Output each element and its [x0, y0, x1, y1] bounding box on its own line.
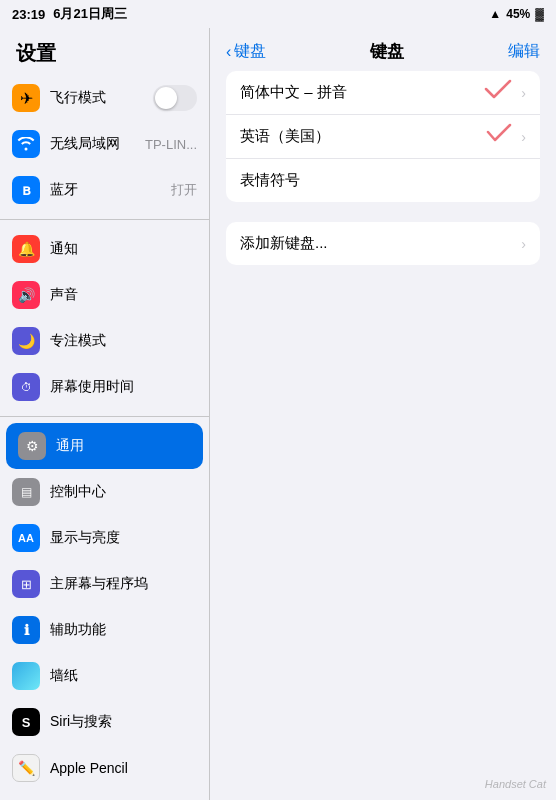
display-icon: AA [12, 524, 40, 552]
sidebar-label-bluetooth: 蓝牙 [50, 181, 161, 199]
sidebar-section-3: ⚙ 通用 ▤ 控制中心 AA 显示与亮度 ⊞ 主屏幕与程序坞 ℹ 辅助功能 墙纸 [0, 423, 209, 800]
english-us-label: 英语（美国） [240, 127, 515, 146]
sidebar-label-sound: 声音 [50, 286, 197, 304]
sidebar-item-pencil[interactable]: ✏️ Apple Pencil [0, 745, 209, 791]
divider-1 [0, 219, 209, 220]
date: 6月21日周三 [53, 5, 127, 23]
sidebar-section-2: 🔔 通知 🔊 声音 🌙 专注模式 ⏱ 屏幕使用时间 [0, 226, 209, 410]
sidebar-item-siri[interactable]: S Siri与搜索 [0, 699, 209, 745]
screentime-icon: ⏱ [12, 373, 40, 401]
sidebar-item-wallpaper[interactable]: 墙纸 [0, 653, 209, 699]
airplane-icon: ✈ [12, 84, 40, 112]
sidebar-label-display: 显示与亮度 [50, 529, 197, 547]
list-item-chinese-pinyin[interactable]: 简体中文 – 拼音 › [226, 71, 540, 115]
status-right: ▲ 45% ▓ [489, 7, 544, 21]
battery-text: 45% [506, 7, 530, 21]
sidebar-label-control: 控制中心 [50, 483, 197, 501]
bluetooth-value: 打开 [171, 181, 197, 199]
sidebar-title: 设置 [0, 28, 209, 75]
pencil-icon: ✏️ [12, 754, 40, 782]
handwritten-check-2 [486, 123, 512, 143]
sidebar-item-airplane[interactable]: ✈ 飞行模式 [0, 75, 209, 121]
edit-button[interactable]: 编辑 [508, 41, 540, 62]
chevron-icon-chinese: › [521, 85, 526, 101]
sidebar-label-accessibility: 辅助功能 [50, 621, 197, 639]
sidebar-item-homescreen[interactable]: ⊞ 主屏幕与程序坞 [0, 561, 209, 607]
main-layout: 设置 ✈ 飞行模式 无线局域网 TP-LIN... ʙ 蓝牙 打开 [0, 28, 556, 800]
sidebar: 设置 ✈ 飞行模式 无线局域网 TP-LIN... ʙ 蓝牙 打开 [0, 28, 210, 800]
sidebar-item-control[interactable]: ▤ 控制中心 [0, 469, 209, 515]
back-label: 键盘 [234, 41, 266, 62]
time: 23:19 [12, 7, 45, 22]
siri-icon: S [12, 708, 40, 736]
watermark: Handset Cat [485, 778, 546, 790]
sidebar-item-notification[interactable]: 🔔 通知 [0, 226, 209, 272]
sidebar-item-sound[interactable]: 🔊 声音 [0, 272, 209, 318]
focus-icon: 🌙 [12, 327, 40, 355]
sidebar-item-bluetooth[interactable]: ʙ 蓝牙 打开 [0, 167, 209, 213]
content-title: 键盘 [370, 40, 404, 63]
sidebar-item-wifi[interactable]: 无线局域网 TP-LIN... [0, 121, 209, 167]
sidebar-label-notification: 通知 [50, 240, 197, 258]
sidebar-label-screentime: 屏幕使用时间 [50, 378, 197, 396]
general-icon: ⚙ [18, 432, 46, 460]
bluetooth-icon: ʙ [12, 176, 40, 204]
battery-icon: ▓ [535, 7, 544, 21]
sound-icon: 🔊 [12, 281, 40, 309]
content-header: ‹ 键盘 键盘 编辑 [210, 28, 556, 71]
control-icon: ▤ [12, 478, 40, 506]
status-left: 23:19 6月21日周三 [12, 5, 127, 23]
add-keyboard-label: 添加新键盘... [240, 234, 515, 253]
sidebar-label-wallpaper: 墙纸 [50, 667, 197, 685]
chevron-icon-english: › [521, 129, 526, 145]
sidebar-label-siri: Siri与搜索 [50, 713, 197, 731]
handwritten-check-1 [484, 79, 512, 101]
homescreen-icon: ⊞ [12, 570, 40, 598]
sidebar-label-general: 通用 [56, 437, 191, 455]
keyboard-list-group: 简体中文 – 拼音 › 英语（美国） › 表情符号 [226, 71, 540, 202]
sidebar-item-general[interactable]: ⚙ 通用 [6, 423, 203, 469]
emoji-label: 表情符号 [240, 171, 526, 190]
sidebar-label-wifi: 无线局域网 [50, 135, 135, 153]
airplane-toggle[interactable] [153, 85, 197, 111]
content-area: ‹ 键盘 键盘 编辑 简体中文 – 拼音 › 英语（美国） [210, 28, 556, 800]
status-bar: 23:19 6月21日周三 ▲ 45% ▓ [0, 0, 556, 28]
sidebar-item-display[interactable]: AA 显示与亮度 [0, 515, 209, 561]
chevron-icon-add: › [521, 236, 526, 252]
back-chevron-icon: ‹ [226, 43, 231, 61]
wifi-icon [12, 130, 40, 158]
sidebar-item-touchid[interactable]: 👆 触控ID与密码 [0, 791, 209, 800]
wifi-icon: ▲ [489, 7, 501, 21]
sidebar-label-focus: 专注模式 [50, 332, 197, 350]
sidebar-item-screentime[interactable]: ⏱ 屏幕使用时间 [0, 364, 209, 410]
wifi-value: TP-LIN... [145, 137, 197, 152]
sidebar-label-pencil: Apple Pencil [50, 760, 197, 776]
sidebar-item-accessibility[interactable]: ℹ 辅助功能 [0, 607, 209, 653]
chinese-pinyin-label: 简体中文 – 拼音 [240, 83, 515, 102]
sidebar-label-homescreen: 主屏幕与程序坞 [50, 575, 197, 593]
list-item-emoji[interactable]: 表情符号 [226, 159, 540, 202]
notification-icon: 🔔 [12, 235, 40, 263]
wallpaper-icon [12, 662, 40, 690]
sidebar-section-connectivity: ✈ 飞行模式 无线局域网 TP-LIN... ʙ 蓝牙 打开 [0, 75, 209, 213]
list-item-english-us[interactable]: 英语（美国） › [226, 115, 540, 159]
divider-2 [0, 416, 209, 417]
add-keyboard-group: 添加新键盘... › [226, 222, 540, 265]
sidebar-item-focus[interactable]: 🌙 专注模式 [0, 318, 209, 364]
back-button[interactable]: ‹ 键盘 [226, 41, 266, 62]
add-keyboard-row[interactable]: 添加新键盘... › [226, 222, 540, 265]
content-body: 简体中文 – 拼音 › 英语（美国） › 表情符号 [210, 71, 556, 800]
sidebar-label-airplane: 飞行模式 [50, 89, 143, 107]
accessibility-icon: ℹ [12, 616, 40, 644]
